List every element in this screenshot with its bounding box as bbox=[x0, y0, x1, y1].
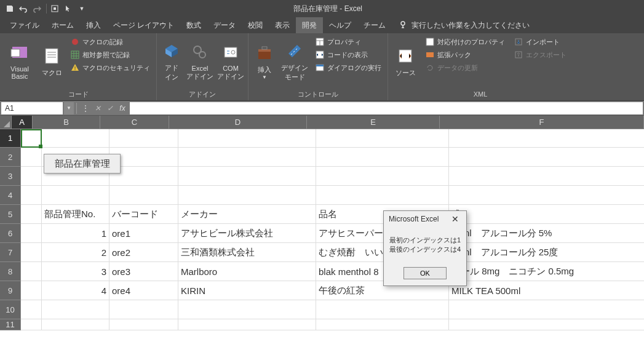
cell[interactable]: バーコード bbox=[109, 205, 178, 224]
row-header-3[interactable]: 3 bbox=[0, 167, 21, 186]
tab-ファイル[interactable]: ファイル bbox=[4, 17, 46, 33]
cell[interactable] bbox=[21, 167, 42, 186]
cell[interactable]: 三和酒類株式会社 bbox=[178, 243, 316, 262]
design-mode-button[interactable]: デザイン モード bbox=[279, 34, 310, 89]
cell[interactable] bbox=[449, 319, 644, 330]
cell[interactable] bbox=[178, 148, 316, 167]
cell[interactable] bbox=[316, 319, 449, 330]
cell[interactable] bbox=[21, 186, 42, 205]
cell[interactable]: 00ml アルコール分 5% bbox=[449, 224, 644, 243]
cell[interactable] bbox=[449, 148, 644, 167]
cell[interactable]: 00ml アルコール分 25度 bbox=[449, 243, 644, 262]
cell[interactable]: KIRIN bbox=[178, 281, 316, 300]
cell[interactable]: 1 bbox=[42, 224, 109, 243]
row-header-5[interactable]: 5 bbox=[0, 205, 21, 224]
row-header-6[interactable]: 6 bbox=[0, 224, 21, 243]
cell[interactable] bbox=[21, 262, 42, 281]
cell[interactable] bbox=[21, 281, 42, 300]
tab-チーム[interactable]: チーム bbox=[357, 17, 392, 33]
cell[interactable] bbox=[316, 129, 449, 148]
undo-icon[interactable] bbox=[17, 2, 30, 15]
col-header-A[interactable]: A bbox=[12, 116, 33, 129]
cell[interactable] bbox=[21, 224, 42, 243]
cell[interactable] bbox=[21, 129, 42, 148]
tab-ホーム[interactable]: ホーム bbox=[46, 17, 80, 33]
record-macro-button[interactable]: マクロの記録 bbox=[68, 36, 153, 48]
col-header-F[interactable]: F bbox=[440, 116, 644, 129]
macro-button[interactable]: マクロ bbox=[38, 34, 65, 89]
cell[interactable] bbox=[316, 148, 449, 167]
cell[interactable] bbox=[42, 129, 109, 148]
cell[interactable] bbox=[316, 167, 449, 186]
tab-データ[interactable]: データ bbox=[207, 17, 242, 33]
insert-control-button[interactable]: 挿入▼ bbox=[251, 34, 278, 89]
row-header-9[interactable]: 9 bbox=[0, 281, 21, 300]
cell[interactable]: タール 8mg ニコチン 0.5mg bbox=[449, 262, 644, 281]
cell[interactable] bbox=[449, 167, 644, 186]
cell[interactable]: 式 bbox=[449, 205, 644, 224]
import-button[interactable]: インポート bbox=[511, 36, 569, 48]
cell[interactable] bbox=[449, 129, 644, 148]
formula-input[interactable] bbox=[130, 102, 643, 114]
cell[interactable] bbox=[449, 186, 644, 205]
save-icon[interactable] bbox=[4, 2, 16, 15]
row-header-7[interactable]: 7 bbox=[0, 243, 21, 262]
close-icon[interactable]: ✕ bbox=[449, 213, 461, 225]
relative-ref-button[interactable]: 相対参照で記録 bbox=[68, 49, 153, 61]
col-header-E[interactable]: E bbox=[307, 116, 440, 129]
cell[interactable] bbox=[21, 205, 42, 224]
cell[interactable]: 2 bbox=[42, 243, 109, 262]
embedded-macro-button[interactable]: 部品在庫管理 bbox=[44, 154, 121, 174]
row-header-1[interactable]: 1 bbox=[0, 129, 21, 148]
cell[interactable] bbox=[178, 186, 316, 205]
cell[interactable]: メーカー bbox=[178, 205, 316, 224]
row-header-11[interactable]: 11 bbox=[0, 319, 21, 330]
redo-icon[interactable] bbox=[31, 2, 43, 15]
expansion-button[interactable]: 拡張パック bbox=[423, 49, 507, 61]
cell[interactable] bbox=[316, 186, 449, 205]
touch-mode-icon[interactable] bbox=[49, 2, 61, 15]
visual-basic-button[interactable]: Visual Basic bbox=[2, 34, 37, 89]
cell[interactable] bbox=[42, 300, 109, 319]
tab-表示[interactable]: 表示 bbox=[269, 17, 296, 33]
cell[interactable] bbox=[109, 129, 178, 148]
cell[interactable]: Marlboro bbox=[178, 262, 316, 281]
cell[interactable] bbox=[109, 319, 178, 330]
cell[interactable]: 部品管理No. bbox=[42, 205, 109, 224]
row-header-8[interactable]: 8 bbox=[0, 262, 21, 281]
row-header-10[interactable]: 10 bbox=[0, 300, 21, 319]
tab-ヘルプ[interactable]: ヘルプ bbox=[323, 17, 357, 33]
confirm-formula-icon[interactable]: ✓ bbox=[104, 102, 116, 114]
cell[interactable]: ore2 bbox=[109, 243, 178, 262]
cell[interactable]: アサヒビール株式会社 bbox=[178, 224, 316, 243]
com-addin-button[interactable]: COM アドイン bbox=[216, 34, 245, 89]
row-header-2[interactable]: 2 bbox=[0, 148, 21, 167]
map-props-button[interactable]: 対応付けのプロパティ bbox=[423, 36, 507, 48]
macro-security-button[interactable]: !マクロのセキュリティ bbox=[68, 62, 153, 74]
cell[interactable] bbox=[109, 186, 178, 205]
addin-button[interactable]: アド イン bbox=[159, 34, 184, 89]
cell[interactable] bbox=[109, 300, 178, 319]
cell[interactable] bbox=[178, 129, 316, 148]
cell[interactable]: 4 bbox=[42, 281, 109, 300]
cell[interactable] bbox=[21, 243, 42, 262]
name-box-dropdown[interactable]: ▼ bbox=[64, 102, 74, 114]
name-box[interactable]: A1 bbox=[1, 102, 63, 114]
cell[interactable] bbox=[42, 319, 109, 330]
cell[interactable] bbox=[449, 300, 644, 319]
tab-ページ レイアウト[interactable]: ページ レイアウト bbox=[107, 17, 180, 33]
tell-me[interactable]: 実行したい作業を入力してください bbox=[399, 20, 530, 31]
cell[interactable] bbox=[21, 319, 42, 330]
tab-開発[interactable]: 開発 bbox=[296, 17, 323, 33]
cell[interactable] bbox=[178, 319, 316, 330]
cell[interactable]: 3 bbox=[42, 262, 109, 281]
ok-button[interactable]: OK bbox=[403, 267, 447, 279]
cell[interactable]: ore1 bbox=[109, 224, 178, 243]
cell[interactable]: ore4 bbox=[109, 281, 178, 300]
cell[interactable] bbox=[42, 186, 109, 205]
qat-dropdown-icon[interactable]: ▼ bbox=[76, 2, 88, 15]
excel-addin-button[interactable]: Excel アドイン bbox=[185, 34, 215, 89]
col-header-D[interactable]: D bbox=[169, 116, 307, 129]
cursor-icon[interactable] bbox=[62, 2, 74, 15]
cell[interactable]: MILK TEA 500ml bbox=[449, 281, 644, 300]
